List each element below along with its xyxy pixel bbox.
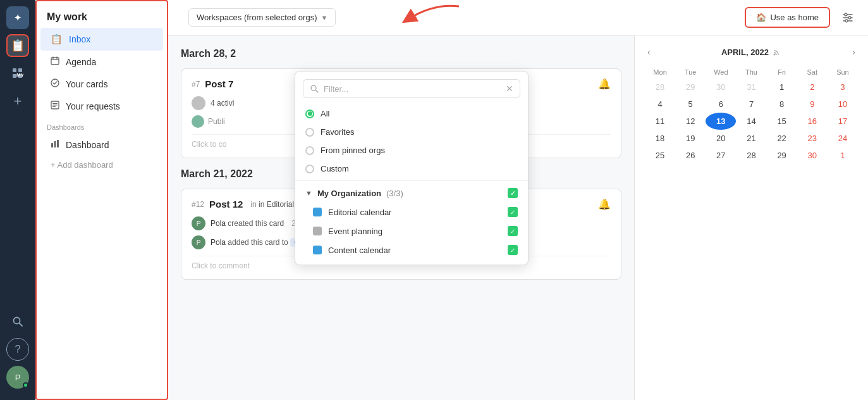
cal-day-cell[interactable]: 19 (675, 130, 706, 147)
cal-prev-icon[interactable]: ‹ (645, 46, 653, 58)
cal-day-cell[interactable]: 4 (645, 96, 675, 113)
option-favorites[interactable]: Favorites (295, 123, 528, 141)
svg-point-23 (848, 16, 851, 19)
search-icon[interactable] (6, 310, 29, 333)
sidebar-item-agenda[interactable]: Agenda (40, 51, 163, 73)
cal-day-cell[interactable]: 1 (767, 78, 797, 96)
event-check[interactable] (508, 226, 518, 236)
filter-search-icon (310, 84, 319, 93)
svg-point-26 (311, 85, 316, 91)
help-icon[interactable]: ? (6, 338, 29, 361)
grid-icon[interactable]: MY (6, 62, 29, 85)
cal-day-cell[interactable]: 8 (767, 96, 797, 113)
sidebar-item-dashboard[interactable]: Dashboard (40, 134, 163, 156)
cal-day-cell[interactable]: 28 (645, 78, 675, 96)
cal-day-cell[interactable]: 2 (797, 78, 828, 96)
card-1-bell-icon[interactable]: 🔔 (598, 78, 611, 90)
org-count: (3/3) (386, 189, 403, 198)
add-dashboard-button[interactable]: + Add dashboard (40, 156, 163, 174)
workspace-content[interactable]: Content calendar (295, 241, 528, 259)
sidebar-item-inbox[interactable]: 📋 Inbox (40, 28, 163, 51)
filter-input[interactable] (324, 84, 501, 94)
cal-day-header: Thu (736, 66, 766, 78)
option-from-pinned[interactable]: From pinned orgs (295, 141, 528, 159)
card-2-avatar-1: P (192, 216, 205, 230)
sidebar-item-your-cards[interactable]: Your cards (40, 73, 163, 95)
workspace-editorial[interactable]: Editorial calendar (295, 203, 528, 222)
option-favorites-label: Favorites (321, 127, 354, 137)
dropdown-divider (295, 180, 528, 181)
card-2-avatar-2: P (192, 235, 205, 249)
icon-bar: ✦ 📋 MY + ? P (0, 0, 35, 400)
cal-day-cell[interactable]: 29 (767, 147, 797, 164)
sidebar-item-your-requests[interactable]: Your requests (40, 95, 163, 117)
cal-day-cell[interactable]: 20 (706, 130, 736, 147)
card-1-activity-text: 4 activi (211, 99, 234, 108)
cal-day-cell[interactable]: 28 (736, 147, 766, 164)
cal-day-cell[interactable]: 16 (797, 113, 828, 130)
cal-day-cell[interactable]: 22 (767, 130, 797, 147)
workspace-event[interactable]: Event planning (295, 222, 528, 241)
cal-day-cell[interactable]: 11 (645, 113, 675, 130)
online-dot (23, 382, 28, 388)
home-icon: 🏠 (756, 13, 766, 22)
cal-day-cell[interactable]: 3 (828, 78, 858, 96)
cal-day-cell[interactable]: 29 (675, 78, 706, 96)
cal-day-cell[interactable]: 31 (736, 78, 766, 96)
org-header[interactable]: ▼ My Organization (3/3) (295, 184, 528, 203)
cal-day-cell[interactable]: 5 (675, 96, 706, 113)
cal-day-cell[interactable]: 26 (675, 147, 706, 164)
option-all[interactable]: All (295, 104, 528, 123)
card-1-pub-avatar (192, 115, 204, 128)
cal-day-cell[interactable]: 6 (706, 96, 736, 113)
org-name: My Organization (317, 189, 381, 198)
workspace-dropdown-label: Workspaces (from selected orgs) (197, 13, 317, 22)
user-avatar[interactable]: P (6, 366, 29, 389)
card-2-activity-1: Pola created this card (211, 219, 284, 228)
org-caret-icon: ▼ (305, 189, 312, 197)
settings-icon[interactable] (838, 8, 858, 28)
cal-day-header: Sat (797, 66, 828, 78)
cal-day-cell[interactable]: 24 (828, 130, 858, 147)
card-1-title: Post 7 (205, 78, 233, 89)
cal-day-cell[interactable]: 10 (828, 96, 858, 113)
inbox-icon[interactable]: 📋 (6, 34, 29, 57)
use-as-home-button[interactable]: 🏠 Use as home (745, 7, 830, 28)
cal-day-cell[interactable]: 18 (645, 130, 675, 147)
cal-day-cell[interactable]: 21 (736, 130, 766, 147)
cal-day-cell[interactable]: 7 (736, 96, 766, 113)
dashboard-icon (51, 139, 59, 150)
cal-day-cell[interactable]: 15 (767, 113, 797, 130)
cal-next-icon[interactable]: › (850, 46, 858, 58)
cal-day-cell[interactable]: 12 (675, 113, 706, 130)
org-check[interactable] (508, 188, 518, 198)
dropdown-caret-icon: ▼ (321, 14, 328, 22)
option-custom[interactable]: Custom (295, 159, 528, 178)
option-from-pinned-label: From pinned orgs (321, 146, 385, 155)
cal-day-cell[interactable]: 13 (706, 113, 736, 130)
app-logo-icon[interactable]: ✦ (6, 6, 29, 29)
cal-day-cell[interactable]: 9 (797, 96, 828, 113)
calendar-title: APRIL, 2022 (721, 47, 781, 57)
workspace-dropdown[interactable]: Workspaces (from selected orgs) ▼ (188, 8, 336, 27)
your-requests-icon (51, 101, 59, 111)
calendar-grid: MonTueWedThuFriSatSun 282930311234567891… (645, 66, 858, 164)
add-icon[interactable]: + (6, 90, 29, 113)
svg-rect-7 (51, 58, 59, 65)
filter-clear-icon[interactable]: ✕ (506, 84, 513, 94)
card-1-num: #7 (192, 80, 200, 89)
content-check[interactable] (508, 245, 518, 255)
cal-day-cell[interactable]: 30 (797, 147, 828, 164)
cal-day-cell[interactable]: 27 (706, 147, 736, 164)
content-area: March 28, 2 #7 Post 7 🔔 4 activi Publi C… (168, 35, 868, 400)
card-2-bell-icon[interactable]: 🔔 (598, 198, 611, 210)
cal-day-cell[interactable]: 30 (706, 78, 736, 96)
cal-day-cell[interactable]: 25 (645, 147, 675, 164)
cal-day-cell[interactable]: 17 (828, 113, 858, 130)
workspace-content-label: Content calendar (328, 246, 391, 255)
cal-day-cell[interactable]: 14 (736, 113, 766, 130)
cal-day-cell[interactable]: 23 (797, 130, 828, 147)
editorial-check[interactable] (508, 207, 518, 217)
cal-day-cell[interactable]: 1 (828, 147, 858, 164)
svg-point-24 (845, 20, 848, 22)
